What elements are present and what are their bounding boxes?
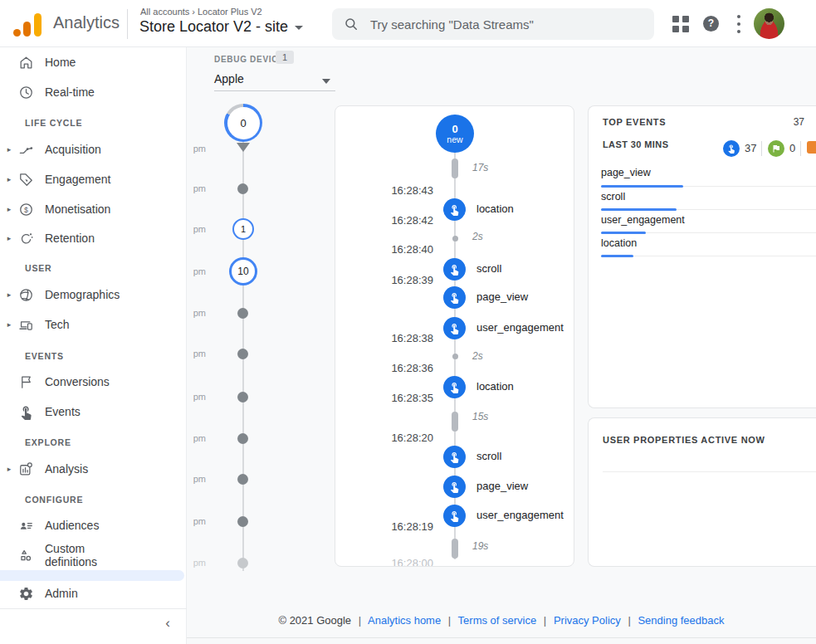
user-avatar[interactable] <box>754 8 784 39</box>
expand-arrow-icon[interactable]: ▸ <box>0 234 18 242</box>
minute-dot[interactable] <box>237 308 248 319</box>
chevron-down-icon <box>295 26 303 30</box>
clock-icon <box>18 85 45 100</box>
more-options-icon[interactable] <box>737 15 740 33</box>
page-footer: © 2021 Google | Analytics home | Terms o… <box>187 614 816 627</box>
google-analytics-logo-icon[interactable] <box>13 12 43 37</box>
sidebar-item-admin[interactable]: Admin <box>0 578 187 608</box>
minute-dot[interactable] <box>237 183 248 194</box>
timeline-position-marker[interactable] <box>237 143 250 152</box>
event-count-bar <box>601 208 677 211</box>
brand-name: Analytics <box>53 13 120 32</box>
gap-duration: 19s <box>472 539 488 553</box>
minute-dot[interactable] <box>237 516 248 527</box>
sidebar-item-acquisition[interactable]: ▸ Acquisition <box>0 134 187 164</box>
left-nav-sidebar: Home Real-time LIFE CYCLE ▸ Acquisition … <box>0 47 187 644</box>
search-input[interactable]: Try searching "Data Streams" <box>332 8 654 40</box>
expand-arrow-icon[interactable]: ▸ <box>0 290 18 299</box>
sidebar-item-audiences[interactable]: Audiences <box>0 510 187 540</box>
minute-circle-current[interactable]: 0 <box>224 104 262 142</box>
event-touch-icon[interactable] <box>443 286 466 309</box>
debug-device-select[interactable]: Apple <box>214 72 335 90</box>
gap-capsule <box>452 159 458 178</box>
top-event-row-name[interactable]: scroll <box>601 190 625 203</box>
sidebar-item-tech[interactable]: ▸ Tech <box>0 310 187 339</box>
event-touch-icon[interactable] <box>443 505 466 527</box>
event-stream-card: 0 new 17s 16:28:43 location 16:28:42 2s … <box>335 105 574 567</box>
breadcrumb-separator-icon: › <box>192 7 195 17</box>
minute-circle[interactable]: 10 <box>229 257 257 285</box>
touch-icon <box>18 404 45 420</box>
sidebar-item-events[interactable]: Events <box>0 397 187 427</box>
footer-link-feedback[interactable]: Sending feedback <box>638 614 724 627</box>
minute-dot[interactable] <box>237 433 248 444</box>
gap-duration: 15s <box>472 410 488 423</box>
section-header-events: EVENTS <box>25 347 183 365</box>
gap-duration: 17s <box>472 161 488 174</box>
top-event-row-name[interactable]: user_engagement <box>601 213 685 227</box>
help-icon[interactable]: ? <box>703 16 719 32</box>
property-title[interactable]: Store Locator V2 - site <box>139 18 288 35</box>
sidebar-item-demographics[interactable]: ▸ Demographics <box>0 280 187 310</box>
event-name[interactable]: location <box>476 380 514 393</box>
minute-dot[interactable] <box>237 474 248 485</box>
sidebar-item-engagement[interactable]: ▸ Engagement <box>0 164 187 194</box>
sidebar-item-home[interactable]: Home <box>0 47 187 77</box>
new-events-circle[interactable]: 0 new <box>436 115 474 153</box>
analytics-debugview-page: Analytics All accounts›Locator Plus V2 S… <box>0 0 816 644</box>
sidebar-item-monetisation[interactable]: ▸ $ Monetisation <box>0 194 187 224</box>
expand-arrow-icon[interactable]: ▸ <box>0 320 18 329</box>
breadcrumb-current[interactable]: Locator Plus V2 <box>198 7 262 17</box>
flag-icon <box>18 374 45 390</box>
expand-arrow-icon[interactable]: ▸ <box>0 145 18 154</box>
event-time: 16:28:35 <box>352 392 433 405</box>
sidebar-item-custom-definitions[interactable]: Custom definitions <box>0 537 187 573</box>
conversion-flag-icon <box>768 140 784 157</box>
sidebar-item-conversions[interactable]: Conversions <box>0 367 187 397</box>
error-stat-icon <box>807 141 816 154</box>
minute-circle[interactable]: 1 <box>232 218 254 240</box>
breadcrumb[interactable]: All accounts›Locator Plus V2 <box>140 7 262 17</box>
sidebar-item-analysis[interactable]: ▸ Analysis <box>0 454 187 484</box>
event-name[interactable]: scroll <box>476 262 501 276</box>
gap-duration: 2s <box>472 349 483 363</box>
event-name[interactable]: location <box>476 202 514 216</box>
breadcrumb-root[interactable]: All accounts <box>140 7 189 17</box>
event-touch-icon[interactable] <box>443 376 466 398</box>
expand-arrow-icon[interactable]: ▸ <box>0 175 18 183</box>
footer-link-privacy[interactable]: Privacy Policy <box>554 614 621 627</box>
event-count-bar <box>601 232 646 234</box>
top-event-row-name[interactable]: page_view <box>601 166 651 179</box>
event-touch-icon[interactable] <box>443 258 466 281</box>
property-selector[interactable]: Store Locator V2 - site <box>139 18 303 36</box>
minute-dot[interactable] <box>237 558 248 568</box>
event-name[interactable]: page_view <box>476 480 528 493</box>
event-touch-icon[interactable] <box>443 476 466 498</box>
caret-down-icon[interactable] <box>322 79 330 84</box>
gap-dot <box>452 236 458 242</box>
last-30-mins-label: LAST 30 MINS <box>603 139 668 149</box>
event-touch-icon[interactable] <box>443 198 466 221</box>
event-touch-icon[interactable] <box>443 317 466 339</box>
stat-divider <box>761 141 762 156</box>
event-name[interactable]: page_view <box>476 290 528 304</box>
sidebar-item-real-time[interactable]: Real-time <box>0 77 187 107</box>
apps-grid-icon[interactable] <box>672 16 689 32</box>
footer-link-analytics-home[interactable]: Analytics home <box>368 614 441 627</box>
minute-dot[interactable] <box>237 349 248 359</box>
event-time: 16:28:00 <box>352 557 433 567</box>
svg-text:$: $ <box>24 205 28 213</box>
event-name[interactable]: scroll <box>476 450 501 463</box>
expand-arrow-icon[interactable]: ▸ <box>0 205 18 213</box>
expand-arrow-icon[interactable]: ▸ <box>0 465 18 473</box>
event-name[interactable]: user_engagement <box>476 509 564 522</box>
event-name[interactable]: user_engagement <box>476 321 564 334</box>
footer-link-terms[interactable]: Terms of service <box>458 614 537 627</box>
minute-dot[interactable] <box>237 392 248 402</box>
collapse-sidebar-icon[interactable]: ‹ <box>158 613 178 633</box>
copyright-text: © 2021 Google <box>278 614 351 627</box>
sidebar-item-retention[interactable]: ▸ Retention <box>0 223 187 253</box>
gear-icon <box>18 586 45 602</box>
top-event-row-name[interactable]: location <box>601 237 637 250</box>
event-touch-icon[interactable] <box>443 446 466 468</box>
